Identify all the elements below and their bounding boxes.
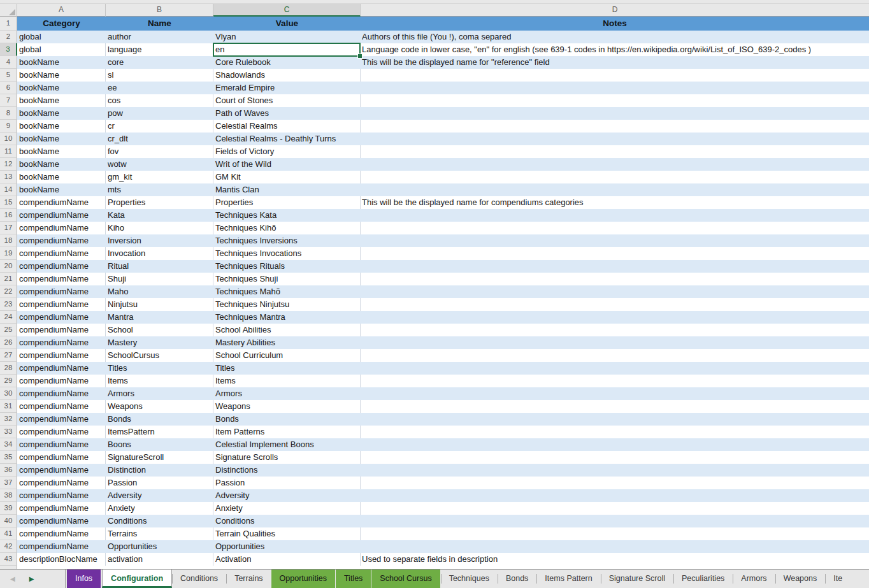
- cell-category[interactable]: descriptionBlocName: [17, 553, 106, 566]
- cell-name[interactable]: ItemsPattern: [106, 426, 213, 438]
- cell-value[interactable]: Techniques Mantra: [213, 311, 361, 324]
- cell-value[interactable]: Techniques Inversions: [213, 234, 361, 247]
- fill-handle[interactable]: [357, 54, 363, 59]
- cell-notes[interactable]: [361, 171, 869, 183]
- cell-name[interactable]: mts: [106, 183, 213, 196]
- cell-name[interactable]: language: [106, 43, 213, 56]
- row-number[interactable]: 13: [0, 171, 17, 183]
- cell-notes[interactable]: [361, 158, 869, 171]
- cell-notes[interactable]: [361, 94, 869, 107]
- cell-value[interactable]: Writ of the Wild: [213, 158, 361, 171]
- cell-category[interactable]: compendiumName: [17, 311, 106, 324]
- cell-category[interactable]: compendiumName: [17, 336, 106, 349]
- row-number[interactable]: 2: [0, 31, 17, 43]
- cell-value[interactable]: Titles: [213, 362, 361, 375]
- cell-name[interactable]: Passion: [106, 477, 213, 489]
- cell-name[interactable]: Shuji: [106, 273, 213, 285]
- cell-value[interactable]: Distinctions: [213, 464, 361, 477]
- cell-notes[interactable]: [361, 145, 869, 158]
- cell-category[interactable]: bookName: [17, 183, 106, 196]
- cell-category[interactable]: bookName: [17, 133, 106, 145]
- sheet-tab-conditions[interactable]: Conditions: [172, 570, 226, 588]
- cell-notes[interactable]: [361, 540, 869, 553]
- row-number[interactable]: 26: [0, 336, 17, 349]
- cell-notes[interactable]: [361, 400, 869, 413]
- cell-notes[interactable]: [361, 273, 869, 285]
- cell-name[interactable]: Distinction: [106, 464, 213, 477]
- cell-name[interactable]: SchoolCursus: [106, 349, 213, 362]
- row-number[interactable]: 21: [0, 273, 17, 285]
- cell-category[interactable]: compendiumName: [17, 324, 106, 336]
- cell-category[interactable]: compendiumName: [17, 426, 106, 438]
- sheet-tab-techniques[interactable]: Techniques: [441, 570, 498, 588]
- cell-name[interactable]: Ninjutsu: [106, 298, 213, 311]
- cell-name[interactable]: Inversion: [106, 234, 213, 247]
- row-number[interactable]: 29: [0, 375, 17, 387]
- cell-category[interactable]: global: [17, 31, 106, 43]
- cell-value[interactable]: Techniques Ninjutsu: [213, 298, 361, 311]
- cell-value[interactable]: Items: [213, 375, 361, 387]
- cell-value[interactable]: en: [213, 43, 361, 56]
- cell-category[interactable]: compendiumName: [17, 489, 106, 502]
- cell-notes[interactable]: [361, 285, 869, 298]
- cell-value[interactable]: Signature Scrolls: [213, 451, 361, 464]
- cell-value[interactable]: Techniques Mahõ: [213, 285, 361, 298]
- cell-value[interactable]: Techniques Invocations: [213, 247, 361, 260]
- row-number[interactable]: 14: [0, 183, 17, 196]
- cell-name[interactable]: gm_kit: [106, 171, 213, 183]
- row-number[interactable]: 23: [0, 298, 17, 311]
- cell-category[interactable]: compendiumName: [17, 234, 106, 247]
- cell-notes[interactable]: [361, 489, 869, 502]
- cell-value[interactable]: Techniques Kihõ: [213, 222, 361, 234]
- cell-notes[interactable]: [361, 464, 869, 477]
- cell-name[interactable]: SignatureScroll: [106, 451, 213, 464]
- cell-category[interactable]: compendiumName: [17, 362, 106, 375]
- cell-notes[interactable]: [361, 387, 869, 400]
- cell-name[interactable]: Anxiety: [106, 502, 213, 515]
- cell-notes[interactable]: [361, 107, 869, 120]
- cell-category[interactable]: bookName: [17, 120, 106, 133]
- row-number[interactable]: 28: [0, 362, 17, 375]
- row-number[interactable]: 19: [0, 247, 17, 260]
- row-number[interactable]: 7: [0, 94, 17, 107]
- row-number[interactable]: 36: [0, 464, 17, 477]
- cell-notes[interactable]: [361, 209, 869, 222]
- cell-category[interactable]: compendiumName: [17, 222, 106, 234]
- cell-name[interactable]: wotw: [106, 158, 213, 171]
- cell-category[interactable]: bookName: [17, 94, 106, 107]
- column-header-category[interactable]: Category: [17, 17, 106, 31]
- cell-category[interactable]: compendiumName: [17, 260, 106, 273]
- cell-value[interactable]: Techniques Kata: [213, 209, 361, 222]
- cell-value[interactable]: Anxiety: [213, 502, 361, 515]
- cell-notes[interactable]: [361, 413, 869, 426]
- cell-notes[interactable]: [361, 502, 869, 515]
- cell-value[interactable]: Core Rulebook: [213, 56, 361, 69]
- sheet-tab-ite[interactable]: Ite: [825, 570, 851, 588]
- row-number[interactable]: 5: [0, 69, 17, 82]
- column-header-notes[interactable]: Notes: [361, 17, 869, 31]
- cell-notes[interactable]: [361, 324, 869, 336]
- sheet-tab-titles[interactable]: Titles: [336, 570, 371, 588]
- cell-value[interactable]: School Curriculum: [213, 349, 361, 362]
- prev-sheet-icon[interactable]: ◀: [10, 576, 15, 582]
- row-number[interactable]: 27: [0, 349, 17, 362]
- cell-notes[interactable]: [361, 515, 869, 527]
- cell-name[interactable]: Ritual: [106, 260, 213, 273]
- cell-name[interactable]: Mantra: [106, 311, 213, 324]
- cell-name[interactable]: Weapons: [106, 400, 213, 413]
- cell-category[interactable]: compendiumName: [17, 209, 106, 222]
- row-number[interactable]: 22: [0, 285, 17, 298]
- sheet-tab-signature-scroll[interactable]: Signature Scroll: [601, 570, 673, 588]
- cell-notes[interactable]: [361, 311, 869, 324]
- cell-value[interactable]: Weapons: [213, 400, 361, 413]
- cell-notes[interactable]: [361, 183, 869, 196]
- row-number[interactable]: 41: [0, 527, 17, 540]
- cell-value[interactable]: Court of Stones: [213, 94, 361, 107]
- cell-notes[interactable]: [361, 375, 869, 387]
- cell-name[interactable]: fov: [106, 145, 213, 158]
- cell-name[interactable]: Terrains: [106, 527, 213, 540]
- cell-category[interactable]: compendiumName: [17, 502, 106, 515]
- cell-category[interactable]: compendiumName: [17, 451, 106, 464]
- cell-name[interactable]: Kiho: [106, 222, 213, 234]
- cell-value[interactable]: Conditions: [213, 515, 361, 527]
